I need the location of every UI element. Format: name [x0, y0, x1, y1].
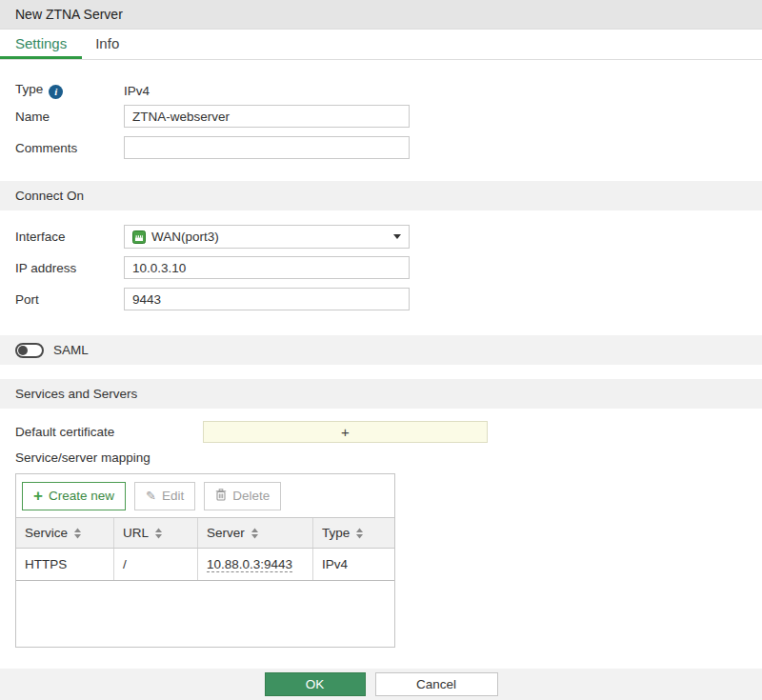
services-and-servers-header: Services and Servers	[0, 379, 762, 409]
interface-value: WAN(port3)	[151, 230, 219, 244]
pencil-icon: ✎	[146, 489, 156, 503]
edit-button[interactable]: ✎ Edit	[134, 482, 195, 510]
type-row: Typei IPv4	[15, 79, 762, 102]
comments-input[interactable]	[124, 136, 410, 159]
ok-button[interactable]: OK	[265, 672, 366, 696]
column-header-server[interactable]: Server	[198, 518, 313, 548]
ip-address-label: IP address	[15, 261, 124, 275]
port-input[interactable]	[124, 288, 410, 310]
interface-label: Interface	[15, 230, 124, 244]
cell-server: 10.88.0.3:9443	[198, 549, 313, 580]
sort-icon	[73, 528, 82, 539]
name-row: Name	[15, 105, 762, 128]
saml-toggle[interactable]	[15, 343, 44, 358]
server-link[interactable]: 10.88.0.3:9443	[207, 557, 292, 572]
dialog-footer: OK Cancel	[0, 669, 762, 700]
table-row[interactable]: HTTPS / 10.88.0.3:9443 IPv4	[16, 549, 394, 581]
chevron-down-icon	[393, 234, 401, 239]
name-input[interactable]	[124, 105, 410, 128]
tab-settings[interactable]: Settings	[0, 30, 82, 59]
port-label: Port	[15, 292, 124, 307]
default-certificate-label: Default certificate	[15, 425, 203, 439]
cell-service: HTTPS	[16, 549, 114, 580]
type-label: Typei	[15, 82, 124, 99]
toggle-knob	[18, 346, 28, 355]
sort-icon	[355, 528, 364, 539]
column-header-service[interactable]: Service	[16, 518, 114, 548]
type-value: IPv4	[124, 84, 150, 98]
cell-type: IPv4	[313, 549, 395, 580]
trash-icon	[215, 489, 227, 504]
service-server-mapping-label: Service/server mapping	[15, 450, 762, 467]
saml-section: SAML	[0, 335, 762, 365]
create-new-button[interactable]: + Create new	[22, 482, 126, 510]
interface-dropdown[interactable]: WAN(port3)	[124, 225, 410, 249]
tab-info[interactable]: Info	[82, 30, 132, 59]
default-certificate-row: Default certificate +	[15, 421, 762, 443]
column-header-url[interactable]: URL	[114, 518, 198, 548]
info-icon[interactable]: i	[49, 85, 63, 99]
column-header-type[interactable]: Type	[313, 518, 395, 548]
sort-icon	[154, 528, 163, 539]
saml-label: SAML	[53, 343, 89, 357]
ip-address-input[interactable]	[124, 256, 410, 279]
comments-row: Comments	[15, 136, 762, 159]
sort-icon	[251, 528, 259, 539]
port-row: Port	[15, 288, 762, 310]
name-label: Name	[15, 110, 124, 124]
connect-on-header: Connect On	[0, 181, 762, 210]
comments-label: Comments	[15, 141, 124, 155]
cell-url: /	[114, 549, 198, 580]
interface-row: Interface WAN(port3)	[15, 225, 762, 249]
ip-address-row: IP address	[15, 256, 762, 279]
ethernet-port-icon	[132, 230, 146, 244]
table-toolbar: + Create new ✎ Edit Delete	[16, 474, 394, 517]
window-title: New ZTNA Server	[0, 0, 762, 30]
table-header-row: Service URL Server Type	[16, 517, 394, 549]
delete-button[interactable]: Delete	[204, 482, 281, 510]
service-server-mapping-table: + Create new ✎ Edit Delete Service	[15, 473, 395, 648]
add-certificate-button[interactable]: +	[203, 421, 488, 443]
plus-icon: +	[33, 488, 43, 504]
cancel-button[interactable]: Cancel	[375, 672, 498, 696]
tab-bar: Settings Info	[0, 30, 762, 60]
